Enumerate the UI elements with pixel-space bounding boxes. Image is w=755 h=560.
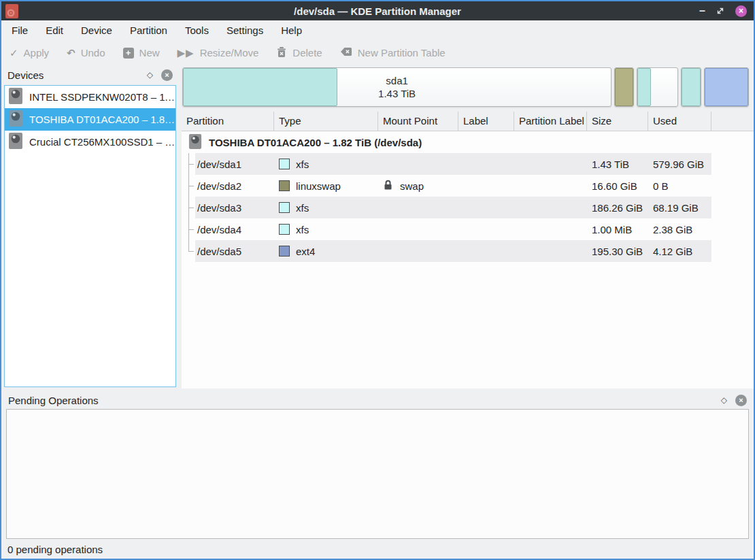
filesystem-color-swatch	[279, 180, 290, 191]
undo-arrow-icon: ↶	[67, 47, 76, 59]
titlebar: /dev/sda — KDE Partition Manager – ×	[1, 1, 754, 20]
partition-bar: sda1 1.43 TiB	[182, 67, 751, 107]
partition-pane: sda1 1.43 TiB	[182, 65, 754, 389]
table-row-sda2[interactable]: /dev/sda2 linuxswap	[182, 175, 754, 197]
table-row-sda5[interactable]: /dev/sda5 ext4 195.30 GiB 4.12 GiB	[182, 240, 754, 262]
filesystem-color-swatch	[279, 224, 290, 235]
column-header-filler	[711, 112, 754, 131]
hard-drive-icon	[188, 133, 202, 152]
column-header-mount-point[interactable]: Mount Point	[378, 112, 458, 131]
tree-branch	[182, 175, 195, 197]
app-icon	[5, 4, 18, 18]
undo-label: Undo	[81, 47, 105, 59]
new-partition-table-button[interactable]: New Partition Table	[340, 47, 446, 59]
table-row-sda4[interactable]: /dev/sda4 xfs 1.00 MiB 2.38 GiB	[182, 218, 754, 240]
column-header-used[interactable]: Used	[648, 112, 711, 131]
hard-drive-icon	[8, 110, 23, 129]
pending-close-icon[interactable]: ×	[735, 395, 747, 406]
partition-box-sda4[interactable]	[681, 67, 701, 107]
table-row-sda3[interactable]: /dev/sda3 xfs 186.26 GiB 68.19 GiB	[182, 197, 754, 218]
menu-edit[interactable]: Edit	[37, 20, 72, 41]
filesystem-color-swatch	[279, 246, 290, 257]
used-space-fill	[637, 68, 651, 106]
partition-box-label: sda1 1.43 TiB	[183, 68, 611, 106]
menu-settings[interactable]: Settings	[218, 20, 272, 41]
new-partition-table-label: New Partition Table	[358, 47, 446, 59]
delete-button[interactable]: Delete	[276, 46, 322, 60]
resize-move-button[interactable]: ▶▶ Resize/Move	[178, 47, 259, 59]
pending-panel-header: Pending Operations ◇ ×	[1, 391, 754, 409]
used-space-fill	[615, 68, 633, 106]
apply-check-icon: ✓	[10, 47, 18, 59]
maximize-button[interactable]	[716, 6, 725, 16]
menu-device[interactable]: Device	[72, 20, 121, 41]
used-cell: 68.19 GiB	[648, 202, 711, 214]
pending-operations-panel: Pending Operations ◇ ×	[1, 391, 754, 541]
partition-box-sda3[interactable]	[637, 67, 678, 107]
window-controls: – ×	[699, 5, 747, 17]
partition-cell: /dev/sda4	[195, 224, 274, 235]
devices-panel: Devices ◇ × INTEL SSDPEKNW020T8 – 1.…	[1, 65, 179, 389]
apply-button[interactable]: ✓ Apply	[10, 47, 49, 59]
menu-file[interactable]: File	[3, 20, 37, 41]
menu-tools[interactable]: Tools	[176, 20, 218, 41]
device-list: INTEL SSDPEKNW020T8 – 1.… TOSHIBA DT01AC…	[4, 85, 176, 387]
size-cell: 16.60 GiB	[587, 180, 648, 192]
hard-drive-icon	[8, 132, 23, 152]
partition-box-sda2[interactable]	[614, 67, 633, 107]
delete-label: Delete	[292, 47, 322, 59]
used-cell: 0 B	[648, 180, 711, 192]
column-header-partition-label[interactable]: Partition Label	[514, 112, 587, 131]
menu-partition[interactable]: Partition	[121, 20, 176, 41]
type-cell: xfs	[274, 224, 378, 235]
used-space-fill	[682, 68, 701, 106]
resize-move-label: Resize/Move	[200, 47, 259, 59]
device-root-row[interactable]: TOSHIBA DT01ACA200 – 1.82 TiB (/dev/sda)	[182, 131, 754, 153]
size-cell: 1.43 TiB	[587, 159, 648, 170]
partition-box-sda1[interactable]: sda1 1.43 TiB	[182, 67, 611, 107]
tree-branch	[182, 197, 195, 218]
filesystem-color-swatch	[279, 202, 290, 213]
used-cell: 579.96 GiB	[648, 159, 711, 170]
column-header-size[interactable]: Size	[587, 112, 648, 131]
device-item-toshiba[interactable]: TOSHIBA DT01ACA200 – 1.8…	[5, 108, 175, 131]
menu-help[interactable]: Help	[272, 20, 311, 41]
mount-point-cell: swap	[378, 180, 458, 193]
type-cell: linuxswap	[274, 180, 378, 192]
partition-box-sda5[interactable]	[704, 67, 749, 107]
table-row-sda1[interactable]: /dev/sda1 xfs 1.43 TiB 579.96 GiB	[182, 153, 754, 175]
devices-close-icon[interactable]: ×	[161, 69, 173, 81]
hard-drive-icon	[8, 87, 23, 107]
minimize-button[interactable]: –	[699, 7, 705, 14]
tree-branch	[182, 240, 195, 262]
column-header-partition[interactable]: Partition	[182, 112, 274, 131]
devices-float-icon[interactable]: ◇	[147, 70, 153, 80]
main-area: Devices ◇ × INTEL SSDPEKNW020T8 – 1.…	[1, 65, 754, 389]
undo-button[interactable]: ↶ Undo	[67, 47, 105, 59]
close-button[interactable]: ×	[735, 5, 747, 17]
column-header-type[interactable]: Type	[274, 112, 378, 131]
pending-float-icon[interactable]: ◇	[721, 395, 727, 405]
partition-cell: /dev/sda3	[195, 202, 274, 214]
used-cell: 2.38 GiB	[648, 224, 711, 235]
device-item-intel[interactable]: INTEL SSDPEKNW020T8 – 1.…	[5, 86, 175, 108]
size-cell: 1.00 MiB	[587, 224, 648, 235]
column-header-label[interactable]: Label	[458, 112, 514, 131]
pending-operations-list	[6, 409, 749, 539]
menubar: File Edit Device Partition Tools Setting…	[1, 20, 754, 41]
device-item-label: Crucial CT256MX100SSD1 – …	[29, 136, 175, 148]
type-cell: ext4	[274, 246, 378, 257]
partition-cell: /dev/sda2	[195, 180, 274, 192]
tree-branch	[182, 153, 195, 175]
device-item-label: TOSHIBA DT01ACA200 – 1.8…	[29, 114, 175, 125]
delete-trash-icon	[276, 46, 287, 60]
new-partition-icon: +	[123, 48, 134, 59]
device-item-label: INTEL SSDPEKNW020T8 – 1.…	[29, 91, 175, 103]
device-item-crucial[interactable]: Crucial CT256MX100SSD1 – …	[5, 131, 175, 153]
pending-panel-title: Pending Operations	[8, 395, 713, 406]
new-partition-table-icon	[340, 47, 352, 59]
lock-icon	[383, 180, 393, 193]
resize-move-icon: ▶▶	[178, 47, 195, 59]
apply-label: Apply	[24, 47, 50, 59]
new-button[interactable]: + New	[123, 47, 160, 59]
